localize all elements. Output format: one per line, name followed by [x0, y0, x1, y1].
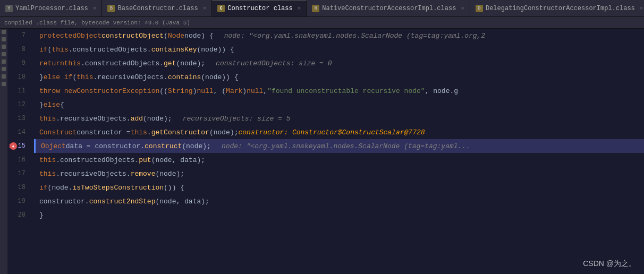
tab-icon-base: B [107, 5, 115, 12]
token-paren: ()) { [164, 184, 184, 192]
tab-close-native[interactable]: × [461, 5, 464, 12]
token-ident: .recursiveObjects. [56, 170, 130, 178]
token-debugval: constructedObjects: size = 0 [216, 59, 332, 67]
tab-close-constructor[interactable]: × [298, 5, 301, 12]
scroll-indicator-1 [2, 30, 6, 34]
token-this-kw: this [131, 129, 147, 136]
gutter-line-7: 7 [7, 29, 30, 42]
tab-label-native: NativeConstructorAccessorImpl.class [322, 5, 456, 12]
token-this-kw: this [39, 156, 56, 164]
line-num-8: 8 [22, 46, 26, 53]
token-paren: (node); [143, 115, 172, 123]
token-ident: .constructedObjects. [56, 156, 139, 164]
scroll-indicator-2 [2, 37, 6, 41]
token-paren: ( [48, 46, 52, 54]
code-content: protected Object constructObject(Node no… [34, 29, 644, 274]
token-paren: (node); [155, 170, 184, 178]
tab-close-delegating[interactable]: × [640, 5, 643, 12]
gutter-line-14: 14 [7, 125, 30, 139]
code-line-8: if (this.constructedObjects.containsKey(… [34, 42, 644, 56]
token-paren: ( [72, 73, 77, 81]
token-kw: null [247, 87, 263, 95]
tab-close-yaml[interactable]: × [93, 5, 97, 12]
line-numbers: 7891011121314●➤151617181920 [7, 29, 34, 274]
token-paren: , node.g [425, 87, 458, 95]
gutter-line-16: 16 [7, 153, 30, 167]
token-paren: , ( [214, 87, 226, 95]
code-line-15: Object data = constructor.construct(node… [34, 139, 644, 153]
token-ident: node [184, 32, 201, 40]
line-num-12: 12 [18, 101, 26, 108]
code-line-12: } else { [34, 98, 644, 112]
token-this-kw: this [39, 115, 56, 123]
tab-native[interactable]: N NativeConstructorAccessorImpl.class × [307, 0, 470, 17]
token-kw: else if [44, 73, 73, 81]
gutter-line-11: 11 [7, 84, 30, 98]
tab-label-base: BaseConstructor.class [117, 5, 198, 12]
status-text: compiled .class file, bytecode version: … [4, 20, 190, 26]
token-ident: .constructedObjects. [69, 46, 151, 54]
token-paren: (node)) { [201, 73, 238, 81]
gutter-line-19: 19 [7, 194, 30, 208]
token-ident: . [147, 129, 151, 136]
line-num-19: 19 [18, 198, 26, 205]
token-this-kw: this [64, 59, 81, 67]
token-kw: if [39, 46, 48, 54]
tab-base-constructor[interactable]: B BaseConstructor.class × [102, 0, 212, 17]
token-paren: ) { [201, 32, 213, 40]
gutter-line-20: 20 [7, 208, 30, 222]
editor-area: 7891011121314●➤151617181920 protected Ob… [0, 29, 644, 274]
token-method: contains [168, 73, 201, 81]
token-method: add [131, 115, 143, 123]
line-num-14: 14 [18, 129, 26, 136]
line-num-18: 18 [18, 184, 26, 191]
code-line-20: } [34, 208, 644, 222]
token-paren: (node); [176, 59, 205, 67]
line-num-17: 17 [18, 170, 26, 177]
token-paren: (node, data); [151, 156, 205, 164]
tab-icon-constructor: C [217, 5, 225, 12]
line-num-16: 16 [18, 156, 26, 164]
scroll-gutter[interactable] [0, 29, 7, 274]
token-this-kw: this [77, 73, 93, 81]
token-kw: return [39, 59, 64, 67]
token-method: construct [145, 142, 182, 150]
scroll-indicator-5 [2, 59, 6, 64]
line-num-13: 13 [18, 115, 26, 122]
line-num-20: 20 [18, 211, 26, 219]
gutter-line-13: 13 [7, 112, 30, 125]
token-ident: .constructedObjects. [81, 59, 164, 67]
token-string: "found unconstructable recursive node" [267, 87, 425, 95]
token-this-kw: this [39, 170, 56, 178]
token-ident: constructor. [39, 198, 89, 206]
code-line-11: throw new ConstructorException((String)n… [34, 84, 644, 98]
token-method: remove [131, 170, 156, 178]
line-num-11: 11 [18, 87, 26, 95]
token-paren: } [39, 101, 44, 109]
gutter-line-17: 17 [7, 167, 30, 181]
token-ident: data = constructor. [66, 142, 145, 150]
code-line-17: this.recursiveObjects.remove(node); [34, 167, 644, 181]
tab-delegating[interactable]: D DelegatingConstructorAccessorImpl.clas… [470, 0, 644, 17]
token-paren: (( [159, 87, 168, 95]
tab-constructor[interactable]: C Constructor class × [212, 0, 307, 17]
line-num-9: 9 [22, 59, 26, 67]
line-num-7: 7 [22, 32, 26, 39]
tab-yaml-processor[interactable]: Y YamlProcessor.class × [0, 0, 102, 17]
tab-close-base[interactable]: × [203, 5, 207, 12]
line-num-10: 10 [18, 73, 26, 81]
token-paren: (node); [209, 129, 239, 136]
gutter-line-8: 8 [7, 42, 30, 56]
tab-icon-native: N [312, 5, 319, 12]
token-method: isTwoStepsConstruction [72, 184, 164, 192]
token-paren: (node); [182, 142, 211, 150]
tab-label-delegating: DelegatingConstructorAccessorImpl.class [486, 5, 635, 12]
token-method: get [164, 59, 176, 67]
gutter-line-12: 12 [7, 98, 30, 112]
scroll-indicator-7 [2, 74, 6, 79]
token-type: Node [168, 32, 184, 40]
token-type: String [168, 87, 193, 95]
tab-icon-yaml: Y [5, 5, 13, 12]
token-paren: ) [193, 87, 197, 95]
tab-bar: Y YamlProcessor.class × B BaseConstructo… [0, 0, 644, 17]
